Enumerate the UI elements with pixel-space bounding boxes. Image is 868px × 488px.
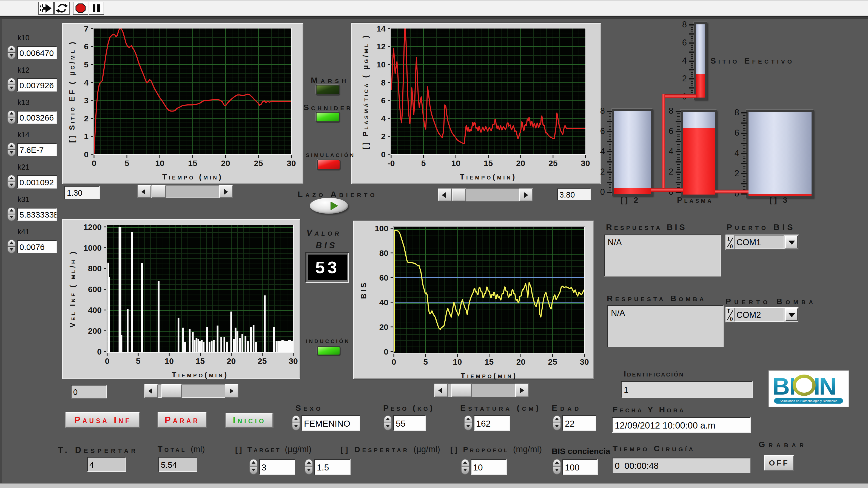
svg-text:14: 14 xyxy=(377,24,386,33)
svg-text:6: 6 xyxy=(84,42,89,51)
svg-text:20: 20 xyxy=(221,159,230,168)
svg-text:12: 12 xyxy=(377,42,385,51)
svg-text:1: 1 xyxy=(84,132,89,141)
svg-text:Vel Inf ( ml/h ): Vel Inf ( ml/h ) xyxy=(68,250,77,328)
svg-text:25: 25 xyxy=(548,357,557,366)
svg-text:20: 20 xyxy=(516,357,525,366)
svg-text:5: 5 xyxy=(421,159,426,168)
svg-text:0: 0 xyxy=(92,159,96,168)
svg-text:10: 10 xyxy=(165,356,174,365)
svg-text:25: 25 xyxy=(254,159,263,168)
svg-text:0: 0 xyxy=(105,356,110,365)
svg-text:25: 25 xyxy=(549,159,557,168)
svg-text:100: 100 xyxy=(375,224,389,233)
svg-text:Tiempo(min): Tiempo(min) xyxy=(461,371,518,380)
svg-text:20: 20 xyxy=(227,356,236,365)
svg-text:5: 5 xyxy=(84,60,89,69)
svg-text:10: 10 xyxy=(377,60,385,69)
svg-text:6: 6 xyxy=(381,96,385,105)
svg-text:I: I xyxy=(727,236,730,242)
svg-text:40: 40 xyxy=(379,298,389,307)
svg-text:30: 30 xyxy=(288,356,298,365)
svg-text:30: 30 xyxy=(580,357,589,366)
svg-text:4: 4 xyxy=(381,114,385,123)
svg-text:10: 10 xyxy=(452,159,460,168)
svg-text:0: 0 xyxy=(730,243,733,249)
svg-text:I: I xyxy=(727,308,730,315)
svg-text:Tiempo (min): Tiempo (min) xyxy=(162,173,223,181)
svg-text:25: 25 xyxy=(258,356,267,365)
svg-text:15: 15 xyxy=(196,356,205,365)
svg-text:2: 2 xyxy=(84,114,89,123)
svg-text:2: 2 xyxy=(381,132,385,141)
svg-text:400: 400 xyxy=(88,305,102,315)
svg-text:800: 800 xyxy=(88,264,102,273)
svg-text:0: 0 xyxy=(84,150,89,159)
svg-text:[] Plasmática ( µg/ml ): [] Plasmática ( µg/ml ) xyxy=(362,33,370,149)
svg-text:15: 15 xyxy=(188,159,197,168)
svg-text:BIS: BIS xyxy=(360,281,368,299)
svg-text:Tiempo(min): Tiempo(min) xyxy=(172,371,229,379)
svg-text:5: 5 xyxy=(125,159,129,168)
svg-text:IN: IN xyxy=(813,372,835,400)
svg-text:30: 30 xyxy=(581,159,590,168)
svg-text:60: 60 xyxy=(379,273,389,282)
svg-text:0: 0 xyxy=(392,357,396,366)
svg-text:0: 0 xyxy=(381,150,385,159)
svg-text:0: 0 xyxy=(730,315,733,321)
svg-text:20: 20 xyxy=(516,159,525,168)
svg-text:10: 10 xyxy=(155,159,164,168)
svg-text:10: 10 xyxy=(453,357,462,366)
svg-text:Soluciones en Biotecnología y: Soluciones en Biotecnología y Biomédica xyxy=(780,399,838,402)
svg-text:20: 20 xyxy=(379,323,389,331)
svg-text:8: 8 xyxy=(381,78,385,87)
svg-text:3: 3 xyxy=(84,96,89,105)
svg-text:600: 600 xyxy=(88,285,102,294)
svg-text:BI: BI xyxy=(772,372,795,400)
svg-text:80: 80 xyxy=(379,249,389,258)
svg-text:0: 0 xyxy=(97,347,102,356)
svg-text:1000: 1000 xyxy=(83,243,102,252)
svg-text:15: 15 xyxy=(485,357,494,366)
svg-text:[] Sitio EF ( µg/ml ): [] Sitio EF ( µg/ml ) xyxy=(68,40,76,143)
svg-text:7: 7 xyxy=(84,24,89,33)
svg-text:200: 200 xyxy=(88,326,102,335)
svg-text:-0: -0 xyxy=(388,159,395,168)
svg-text:1200: 1200 xyxy=(83,223,102,231)
svg-text:0: 0 xyxy=(384,347,389,356)
svg-text:15: 15 xyxy=(484,159,493,168)
svg-text:5: 5 xyxy=(136,356,141,365)
svg-text:5: 5 xyxy=(423,357,428,366)
svg-text:Tiempo(min): Tiempo(min) xyxy=(460,173,517,181)
svg-text:30: 30 xyxy=(287,159,296,168)
svg-text:4: 4 xyxy=(84,78,89,87)
